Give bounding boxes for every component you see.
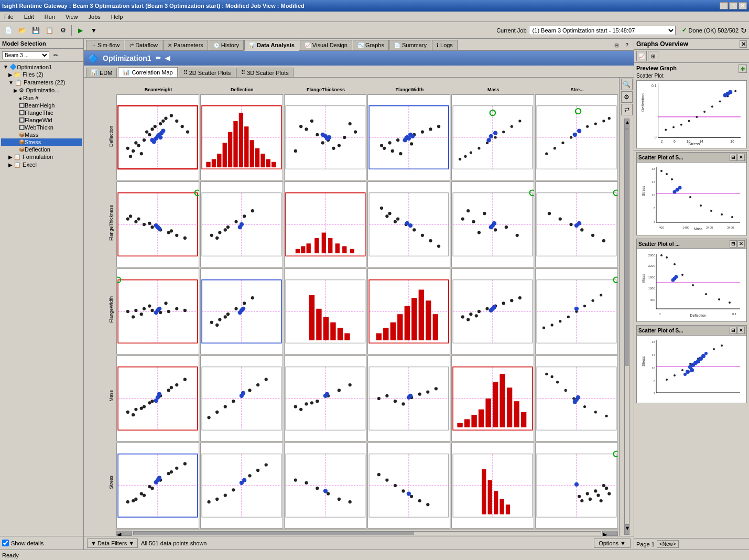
panel-close-btn[interactable]: ✕ — [737, 154, 745, 161]
cell-flangewidth-stress[interactable] — [367, 443, 450, 529]
content-edit-icon[interactable]: ✏ — [156, 55, 161, 62]
cell-flangethickness-flangewidth[interactable] — [284, 268, 367, 354]
tree-item-webthickn[interactable]: 🔲 WebThickn — [1, 124, 82, 131]
cell-mass-mass[interactable] — [451, 356, 534, 441]
swap-btn[interactable]: ⇄ — [621, 104, 633, 115]
cell-beamheight-flangewidth[interactable] — [116, 268, 199, 354]
cell-flangethickness-flangethickness[interactable] — [284, 181, 367, 267]
cell-deflection-flangewidth[interactable] — [200, 268, 283, 354]
run-btn[interactable]: ▶ — [74, 24, 86, 37]
panel-close-btn-mass[interactable]: ✕ — [737, 240, 745, 247]
scroll-left-btn[interactable]: ◀ — [116, 531, 132, 536]
cell-stress-mass[interactable] — [535, 356, 618, 441]
tree-item-flangewid[interactable]: 🔲 FlangeWid — [1, 116, 82, 124]
cell-flangethickness-stress[interactable] — [284, 443, 367, 529]
tree-item-optimization1[interactable]: ▼ 🔷 Optimization1 — [1, 63, 82, 71]
cell-deflection-deflection[interactable] — [200, 94, 283, 180]
tab-summary[interactable]: 📄 Summary — [389, 40, 431, 50]
tab-data-analysis[interactable]: 📊 Data Analysis — [244, 40, 299, 51]
cell-deflection-flangethickness[interactable] — [200, 181, 283, 267]
run-dropdown[interactable]: ▼ — [88, 24, 100, 37]
tree-item-deflection[interactable]: 📦 Deflection — [1, 146, 82, 153]
tree-item-flangethic[interactable]: 🔲 FlangeThic — [1, 109, 82, 116]
tree-item-beamheight[interactable]: 🔲 BeamHeigh — [1, 102, 82, 109]
tree-item-formulation[interactable]: ▶ 📋 Formulation — [1, 153, 82, 161]
cell-stress-stress[interactable] — [535, 443, 618, 529]
tab-graphs[interactable]: 📉 Graphs — [353, 40, 389, 50]
cell-flangewidth-flangewidth[interactable] — [367, 268, 450, 354]
settings-btn[interactable]: ⚙ — [57, 24, 69, 37]
vertical-scrollbar[interactable]: ▲ ▼ — [624, 119, 629, 535]
cell-flangethickness-deflection[interactable] — [284, 94, 367, 180]
panel-restore-btn-stress2[interactable]: ⊟ — [730, 327, 737, 334]
cell-stress-flangewidth[interactable] — [535, 268, 618, 354]
tab-parameters[interactable]: ✕ Parameters — [163, 40, 208, 50]
tab-logs[interactable]: ℹ Logs — [432, 40, 458, 50]
menu-file[interactable]: File — [2, 14, 16, 20]
sub-tab-correlation-map[interactable]: 📊 Correlation Map — [118, 67, 177, 77]
preview-add-btn[interactable]: ✚ — [739, 64, 747, 73]
tab-visual-design[interactable]: 📈 Visual Design — [300, 40, 352, 50]
scroll-right-btn[interactable]: ▶ — [602, 531, 618, 536]
tree-item-excel[interactable]: ▶ 📋 Excel — [1, 161, 82, 169]
cell-stress-deflection[interactable] — [535, 94, 618, 180]
new-page-button[interactable]: <New> — [657, 540, 679, 548]
cell-beamheight-mass[interactable] — [116, 356, 199, 441]
tree-item-parameters[interactable]: ▼ 📋 Parameters (22) — [1, 79, 82, 87]
cell-flangewidth-mass[interactable] — [367, 356, 450, 441]
save-btn[interactable]: 💾 — [29, 24, 42, 37]
scroll-track[interactable] — [133, 531, 601, 535]
panel-restore-btn[interactable]: ⊟ — [730, 154, 737, 161]
cell-deflection-mass[interactable] — [200, 356, 283, 441]
tab-history[interactable]: 🕒 History — [209, 40, 244, 50]
tab-dataflow[interactable]: ⇌ Dataflow — [125, 40, 162, 50]
settings-btn2[interactable]: ⚙ — [621, 91, 633, 103]
tree-item-files[interactable]: ▶ 📁 Files (2) — [1, 71, 82, 79]
options-button[interactable]: Options ▼ — [594, 539, 631, 548]
panel-restore-btn-mass[interactable]: ⊟ — [730, 240, 737, 247]
tree-item-optimizatio[interactable]: ▶ ⚙ Optimizatio... — [1, 87, 82, 94]
cell-beamheight-deflection[interactable] — [116, 94, 199, 180]
tree-item-mass[interactable]: 📦 Mass — [1, 131, 82, 138]
model-dropdown[interactable]: Beam 3 ... — [2, 51, 49, 59]
current-job-select[interactable]: (1) Beam 3 Optimization start - 15:48:07 — [529, 26, 676, 35]
cell-mass-deflection[interactable] — [451, 94, 534, 180]
tab-help-btn[interactable]: ? — [622, 40, 632, 50]
v-scroll-thumb[interactable] — [625, 130, 629, 366]
cell-beamheight-stress[interactable] — [116, 443, 199, 529]
refresh-button[interactable]: ↻ — [741, 26, 747, 35]
tab-restore-btn[interactable]: ⊟ — [612, 40, 621, 50]
open-btn[interactable]: 📂 — [16, 24, 28, 37]
table-view-icon[interactable]: ⊞ — [648, 51, 658, 61]
tree-item-stress[interactable]: 📦 Stress — [1, 138, 82, 146]
right-panel-close-button[interactable]: ✕ — [740, 40, 747, 48]
show-details-checkbox[interactable] — [2, 540, 9, 546]
menu-run[interactable]: Run — [42, 14, 57, 20]
menu-jobs[interactable]: Jobs — [86, 14, 103, 20]
v-scroll-track[interactable] — [624, 129, 629, 524]
cell-flangethickness-mass[interactable] — [284, 356, 367, 441]
tab-simflow[interactable]: → Sim-flow — [86, 40, 124, 50]
horizontal-scrollbar[interactable]: ◀ ▶ — [115, 530, 619, 536]
cell-flangewidth-flangethickness[interactable] — [367, 181, 450, 267]
minimize-button[interactable]: – — [720, 2, 728, 9]
tree-item-run[interactable]: ● Run # — [1, 94, 82, 102]
content-back-icon[interactable]: ◀ — [165, 55, 170, 62]
model-edit-btn[interactable]: ✏ — [50, 50, 61, 60]
scroll-down-btn[interactable]: ▼ — [624, 524, 629, 535]
sub-tab-2d-scatter[interactable]: ⠿ 2D Scatter Plots — [179, 68, 235, 77]
graph-view-icon[interactable]: 📈 — [636, 51, 647, 61]
cell-mass-flangethickness[interactable] — [451, 181, 534, 267]
cell-mass-stress[interactable] — [451, 443, 534, 529]
menu-view[interactable]: View — [63, 14, 80, 20]
cell-deflection-stress[interactable] — [200, 443, 283, 529]
cell-stress-flangethickness[interactable] — [535, 181, 618, 267]
data-filters-button[interactable]: ▼ Data Filters ▼ — [87, 539, 138, 548]
cell-flangewidth-deflection[interactable] — [367, 94, 450, 180]
cell-mass-flangewidth[interactable] — [451, 268, 534, 354]
sub-tab-edm[interactable]: 📊 EDM — [86, 68, 117, 77]
new-btn[interactable]: 📄 — [2, 24, 15, 37]
maximize-button[interactable]: □ — [729, 2, 737, 9]
scroll-thumb[interactable] — [134, 532, 414, 535]
scroll-up-btn[interactable]: ▲ — [624, 119, 629, 129]
